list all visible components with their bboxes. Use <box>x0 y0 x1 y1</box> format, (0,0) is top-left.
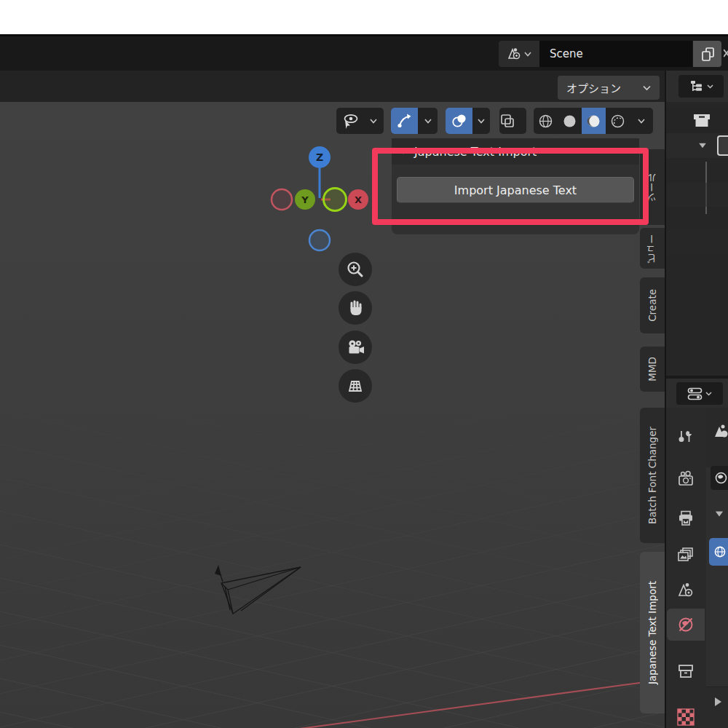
shading-group <box>534 108 653 134</box>
wireframe-sphere-icon <box>538 114 553 129</box>
world-icon <box>713 545 727 558</box>
outliner-body <box>666 102 728 376</box>
tool-icon <box>677 428 695 446</box>
world-datablock-button[interactable] <box>709 538 728 566</box>
navigation-gizmo[interactable]: Y X Z <box>258 142 382 258</box>
properties-tab-render[interactable] <box>667 463 705 495</box>
tool-settings-bar: オプション <box>0 71 665 103</box>
object-icon <box>677 662 695 680</box>
scene-icon <box>507 47 521 61</box>
gizmo-z-label: Z <box>316 151 323 163</box>
zoom-in-button[interactable] <box>339 253 372 286</box>
properties-tab-tool[interactable] <box>667 421 705 453</box>
view-layer-icon <box>677 546 695 563</box>
properties-tab-texture[interactable] <box>667 701 705 728</box>
collection-box-icon <box>692 112 711 130</box>
properties-tab-view-layer[interactable] <box>667 539 705 571</box>
overlays-icon <box>451 113 467 129</box>
properties-content <box>706 408 728 728</box>
eye-cursor-icon <box>342 113 360 130</box>
gizmo-dropdown[interactable] <box>418 108 438 134</box>
toggle-projection-button[interactable] <box>339 369 372 403</box>
expand-triangle-icon[interactable] <box>699 143 706 148</box>
scene-icon <box>677 582 695 599</box>
duplicate-icon <box>700 46 716 62</box>
chevron-down-icon <box>707 84 713 89</box>
sidebar-tab-batch-font-changer[interactable]: Batch Font Changer <box>640 408 665 543</box>
hand-icon <box>346 298 365 317</box>
gizmo-neg-x-ball <box>272 189 292 210</box>
gizmo-neg-z-ball <box>309 230 330 250</box>
outliner-row-stripe <box>666 183 728 207</box>
clipped-item-icon <box>717 135 728 156</box>
gizmo-y-label: Y <box>301 194 309 205</box>
options-label: オプション <box>566 80 621 95</box>
show-gizmo-group <box>391 108 438 134</box>
camera-view-button[interactable] <box>339 331 372 364</box>
material-sphere-icon <box>586 114 601 129</box>
overlays-dropdown[interactable] <box>472 108 490 134</box>
show-overlays-group <box>446 108 490 134</box>
blender-window: { "topbar": { "workspace_tabs": ["imatio… <box>0 0 728 728</box>
collapsed-panel-icon[interactable] <box>715 697 721 706</box>
pan-hand-button[interactable] <box>339 291 372 325</box>
output-icon <box>677 510 695 527</box>
sidebar-tab-mmd[interactable]: MMD <box>640 347 665 392</box>
grid-icon <box>346 376 365 395</box>
render-icon <box>677 470 695 488</box>
outliner-icon <box>689 80 704 93</box>
gizmo-arrow-icon <box>397 113 413 129</box>
new-scene-button[interactable] <box>693 41 721 67</box>
shading-solid[interactable] <box>558 108 582 134</box>
shading-rendered[interactable] <box>606 108 630 134</box>
world-icon <box>677 616 695 633</box>
properties-tab-scene[interactable] <box>667 574 705 606</box>
outliner-header <box>666 71 728 102</box>
sidebar-tab-japanese-text-import[interactable]: Japanese Text Import <box>640 552 665 713</box>
world-icon <box>714 471 728 485</box>
scene-icon <box>713 424 728 440</box>
visibility-dropdown[interactable] <box>336 108 384 134</box>
chevron-down-icon <box>524 52 531 57</box>
outliner-row-collection[interactable] <box>666 108 728 133</box>
scene-name-field[interactable]: Scene <box>539 41 692 67</box>
gizmo-neg-y-ball <box>324 189 347 211</box>
properties-editor-type-button[interactable] <box>676 382 723 405</box>
properties-tab-object[interactable] <box>667 655 705 687</box>
scene-name-value: Scene <box>550 47 583 60</box>
scene-type-dropdown[interactable] <box>499 41 539 67</box>
expand-triangle-icon[interactable] <box>716 512 723 517</box>
options-dropdown[interactable]: オプション <box>558 76 660 100</box>
properties-icon <box>687 387 703 401</box>
properties-breadcrumb-strip <box>706 408 728 467</box>
chevron-down-icon <box>643 85 651 91</box>
chevron-down-icon <box>705 392 712 396</box>
shading-material-preview[interactable] <box>582 108 606 134</box>
properties-bottom-strip <box>706 687 728 728</box>
chevron-down-icon <box>638 119 645 124</box>
annotation-highlight-rectangle <box>372 148 649 225</box>
show-gizmo-toggle[interactable] <box>391 108 418 134</box>
solid-sphere-icon <box>562 114 577 129</box>
shading-dropdown[interactable] <box>630 108 653 134</box>
properties-header <box>666 379 728 408</box>
show-overlays-toggle[interactable] <box>446 108 472 134</box>
world-selector-button[interactable] <box>711 466 728 490</box>
sidebar-tab-create[interactable]: Create <box>640 277 665 333</box>
chevron-down-icon <box>424 119 432 124</box>
outliner-row-stripe <box>666 231 728 255</box>
properties-tab-output[interactable] <box>667 502 705 534</box>
zoom-in-icon <box>346 260 365 279</box>
outliner-row-scene-collection[interactable] <box>666 133 728 158</box>
xray-icon <box>499 113 515 129</box>
properties-tab-world[interactable] <box>667 609 705 641</box>
shading-wireframe[interactable] <box>534 108 558 134</box>
rendered-sphere-icon <box>610 114 625 129</box>
outliner-editor-type-button[interactable] <box>678 75 724 98</box>
topbar: imation Rendering Compositing Geometry N… <box>0 36 728 71</box>
page-background-band <box>0 0 728 34</box>
toggle-xray[interactable] <box>499 108 526 134</box>
sidebar-tab-view[interactable]: ビュー <box>640 228 665 269</box>
chevron-down-icon <box>478 119 485 124</box>
unlink-icon[interactable] <box>724 47 728 60</box>
